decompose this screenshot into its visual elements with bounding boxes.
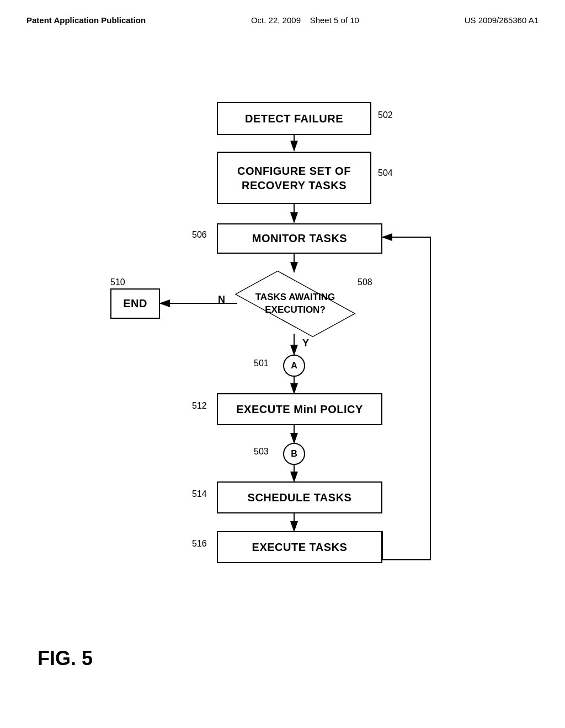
configure-tasks-num: 504 (378, 168, 393, 178)
connector-b-label: B (291, 449, 297, 459)
page-header: Patent Application Publication Oct. 22, … (0, 0, 565, 25)
date-label: Oct. 22, 2009 (251, 15, 301, 25)
monitor-tasks-box: MONITOR TASKS (217, 223, 382, 254)
patent-number: US 2009/265360 A1 (465, 15, 539, 25)
end-num: 510 (110, 277, 125, 287)
execute-minl-label: EXECUTE MinI POLICY (236, 403, 363, 416)
schedule-tasks-box: SCHEDULE TASKS (217, 481, 382, 513)
monitor-tasks-num: 506 (192, 230, 207, 240)
n-label: N (218, 294, 225, 306)
connector-b: B (283, 443, 305, 465)
configure-tasks-box: CONFIGURE SET OF RECOVERY TASKS (217, 152, 371, 204)
connector-a-num: 501 (254, 358, 269, 368)
y-label: Y (302, 338, 309, 349)
detect-failure-box: DETECT FAILURE (217, 102, 371, 135)
schedule-tasks-num: 514 (192, 489, 207, 499)
execute-tasks-box: EXECUTE TASKS (217, 531, 382, 563)
monitor-tasks-label: MONITOR TASKS (252, 232, 347, 245)
execute-tasks-label: EXECUTE TASKS (252, 541, 348, 554)
detect-failure-num: 502 (378, 110, 393, 120)
fig-label: FIG. 5 (38, 647, 93, 670)
publication-label: Patent Application Publication (26, 15, 146, 25)
sheet-label: Sheet 5 of 10 (310, 15, 359, 25)
diagram-area: DETECT FAILURE 502 CONFIGURE SET OF RECO… (0, 30, 565, 703)
tasks-awaiting-label: TASKS AWAITING EXECUTION? (255, 291, 335, 315)
detect-failure-label: DETECT FAILURE (245, 113, 343, 125)
connector-a-label: A (291, 361, 297, 371)
tasks-awaiting-diamond: TASKS AWAITING EXECUTION? (237, 272, 353, 335)
connector-b-num: 503 (254, 447, 269, 457)
configure-tasks-label: CONFIGURE SET OF RECOVERY TASKS (237, 164, 351, 192)
execute-minl-num: 512 (192, 401, 207, 411)
connector-a: A (283, 355, 305, 377)
end-label: END (123, 297, 147, 310)
execute-minl-box: EXECUTE MinI POLICY (217, 393, 382, 425)
header-center: Oct. 22, 2009 Sheet 5 of 10 (251, 15, 359, 25)
execute-tasks-num: 516 (192, 539, 207, 549)
end-box: END (110, 288, 160, 319)
schedule-tasks-label: SCHEDULE TASKS (248, 491, 352, 504)
tasks-awaiting-num: 508 (358, 277, 372, 287)
